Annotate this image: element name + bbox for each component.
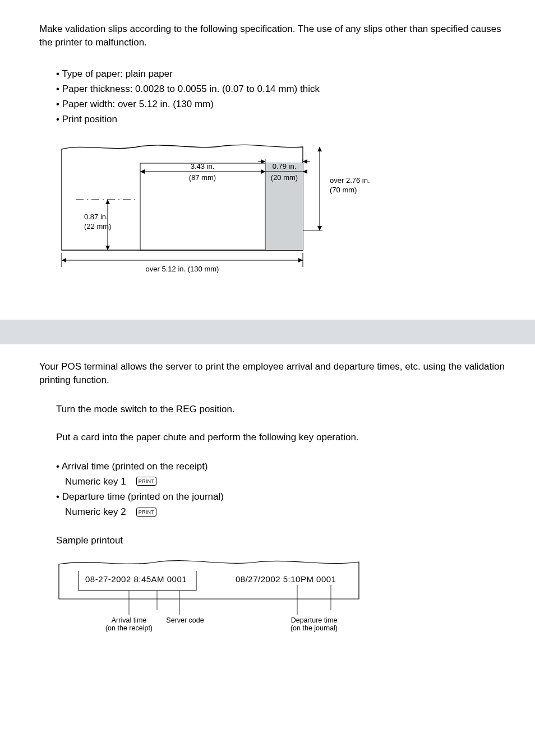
svg-marker-7 [261,169,265,174]
step-insert-card: Put a card into the paper chute and perf… [56,431,507,444]
dim-87-in: 3.43 in. [191,162,215,170]
label-departure-time-2: (on the journal) [290,624,338,632]
svg-marker-27 [298,258,303,262]
dim-total-width: over 5.12 in. (130 mm) [146,265,219,273]
svg-marker-8 [303,169,307,174]
svg-marker-4 [140,169,145,174]
label-arrival-time-2: (on the receipt) [105,624,153,632]
label-arrival-time-1: Arrival time [112,616,147,624]
dim-70-mm: (70 mm) [330,186,357,194]
svg-marker-21 [105,200,110,204]
dim-20-in: 0.79 in. [273,162,297,170]
svg-marker-17 [317,226,322,231]
svg-marker-22 [105,246,110,250]
spec-width: Paper width: over 5.12 in. (130 mm) [56,96,507,112]
dim-87-mm: (87 mm) [189,173,216,182]
departure-desc: Departure time (printed on the journal) [56,489,224,504]
spec-list: Type of paper: plain paper Paper thickne… [56,66,507,127]
svg-marker-26 [62,258,66,262]
print-position-diagram: 3.43 in. (87 mm) 0.79 in. (20 mm) over 2… [56,138,507,286]
dim-22-in: 0.87 in. [84,213,108,221]
sample-printout-label: Sample printout [56,535,507,546]
dim-22-mm: (22 mm) [84,222,111,231]
sample-left-print: 08-27-2002 8:45AM 0001 [85,574,187,584]
label-departure-time-1: Departure time [291,616,338,624]
label-server-code: Server code [166,616,204,624]
spec-position: Print position [56,112,507,127]
section-divider-bar [0,320,535,344]
sample-right-print: 08/27/2002 5:10PM 0001 [236,574,336,584]
time-operation-list: Arrival time (printed on the receipt) Nu… [56,459,507,520]
dim-20-mm: (20 mm) [271,173,298,182]
dim-70-in: over 2.76 in. [330,176,370,185]
arrival-desc: Arrival time (printed on the receipt) [56,459,208,474]
print-key-icon: PRINT [136,477,157,486]
spec-paper-type: Type of paper: plain paper [56,66,507,81]
step-mode-switch: Turn the mode switch to the REG position… [56,403,507,416]
arrival-key: Numeric key 1 [65,474,126,489]
svg-marker-16 [317,147,322,151]
svg-marker-14 [303,159,307,164]
intro-paragraph: Make validation slips according to the f… [39,22,507,49]
spec-thickness: Paper thickness: 0.0028 to 0.0055 in. (0… [56,81,507,96]
sample-printout-diagram: 08-27-2002 8:45AM 0001 08/27/2002 5:10PM… [56,554,507,640]
print-key-icon: PRINT [136,508,157,517]
pos-intro-paragraph: Your POS terminal allows the server to p… [39,360,507,387]
departure-key: Numeric key 2 [65,504,126,519]
